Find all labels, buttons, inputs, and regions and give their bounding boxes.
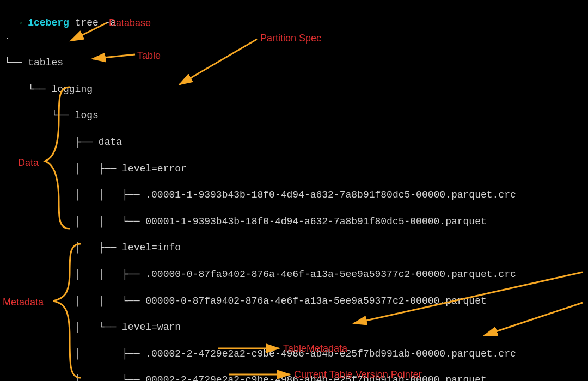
tree-line-info-parquet: │ │ └── 00000-0-87fa9402-876a-4e6f-a13a-…	[4, 294, 584, 308]
tree-line-tables: └── tables	[4, 56, 584, 69]
prompt-host: iceberg	[28, 17, 69, 28]
tree-line-warn-parquet: │ └── 00002-2-4729e2a2-c9be-4986-ab4b-e2…	[4, 373, 584, 381]
tree-line-info-crc: │ │ ├── .00000-0-87fa9402-876a-4e6f-a13a…	[4, 268, 584, 281]
tree-line-level-info: │ ├── level=info	[4, 241, 584, 254]
tree-line-logs: └── logs	[4, 109, 584, 122]
tree-root-dot: .	[4, 30, 584, 43]
tree-line-warn-crc: │ ├── .00002-2-4729e2a2-c9be-4986-ab4b-e…	[4, 347, 584, 360]
tree-line-logging: └── logging	[4, 83, 584, 96]
terminal-prompt: → iceberg tree -a	[4, 3, 584, 30]
tree-line-level-warn: │ └── level=warn	[4, 321, 584, 334]
tree-line-error-parquet: │ │ └── 00001-1-9393b43b-18f0-4d94-a632-…	[4, 215, 584, 228]
tree-line-data: ├── data	[4, 136, 584, 149]
tree-line-level-error: │ ├── level=error	[4, 162, 584, 175]
tree-output: └── tables └── logging └── logs ├── data…	[4, 43, 584, 381]
prompt-command: tree -a	[75, 17, 117, 28]
prompt-arrow-icon: →	[16, 17, 22, 28]
tree-line-error-crc: │ │ ├── .00001-1-9393b43b-18f0-4d94-a632…	[4, 188, 584, 201]
